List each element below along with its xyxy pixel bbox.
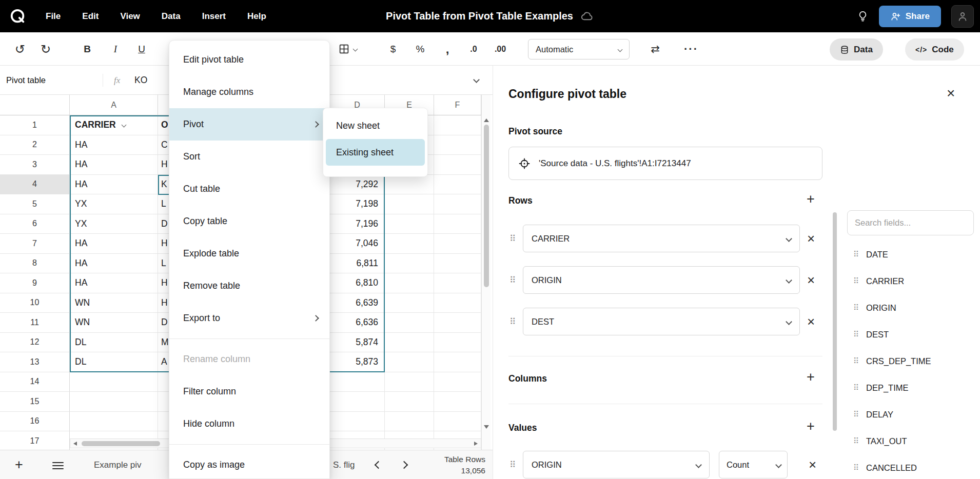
cell-F1[interactable] — [434, 115, 481, 135]
scroll-left-icon[interactable] — [73, 442, 77, 446]
formula-input[interactable]: KO — [134, 66, 147, 95]
cell-E10[interactable] — [385, 293, 434, 313]
cell-F12[interactable] — [434, 333, 481, 353]
cell-F6[interactable] — [434, 214, 481, 234]
row-header-13[interactable]: 13 — [0, 352, 70, 372]
cell-A12[interactable]: DL — [70, 333, 158, 353]
column-dropdown-icon[interactable] — [121, 123, 126, 128]
cell-D14[interactable] — [330, 372, 385, 392]
code-toggle-button[interactable]: </> Code — [905, 38, 964, 61]
cell-D4[interactable]: 7,292 — [330, 175, 385, 195]
cell-E15[interactable] — [385, 392, 434, 412]
row-header-7[interactable]: 7 — [0, 234, 70, 254]
menu-item-filter-column[interactable]: Filter column — [169, 375, 329, 408]
cell-D7[interactable]: 7,046 — [330, 234, 385, 254]
menubar-item-insert[interactable]: Insert — [191, 0, 237, 32]
row-header-8[interactable]: 8 — [0, 254, 70, 274]
cell-A11[interactable]: WN — [70, 313, 158, 333]
sheet-tab-example-pivot[interactable]: Example piv — [94, 450, 142, 479]
cell-A13[interactable]: DL — [70, 352, 158, 372]
cell-A3[interactable]: HA — [70, 155, 158, 175]
cell-A15[interactable] — [70, 392, 158, 412]
menu-item-manage-columns[interactable]: Manage columns — [169, 76, 329, 108]
row-header-6[interactable]: 6 — [0, 214, 70, 234]
cell-A10[interactable]: WN — [70, 293, 158, 313]
row-header-12[interactable]: 12 — [0, 333, 70, 353]
increase-decimals-button[interactable]: .00 — [488, 32, 512, 66]
document-title[interactable]: Pivot Table from Pivot Table Examples — [386, 10, 573, 22]
cell-F7[interactable] — [434, 234, 481, 254]
expand-formula-bar-icon[interactable] — [473, 76, 480, 83]
next-sheet-icon[interactable] — [400, 461, 408, 469]
cell-E13[interactable] — [385, 352, 434, 372]
drag-handle-icon[interactable]: ⠿ — [509, 316, 523, 327]
close-icon[interactable]: × — [947, 85, 955, 102]
row-field-select-origin[interactable]: ORIGIN — [523, 266, 800, 294]
account-button[interactable] — [951, 5, 974, 28]
add-row-field-button[interactable]: + — [803, 191, 818, 207]
cell-D15[interactable] — [330, 392, 385, 412]
row-header-9[interactable]: 9 — [0, 273, 70, 293]
scroll-down-icon[interactable] — [484, 425, 489, 429]
cell-D13[interactable]: 5,873 — [330, 352, 385, 372]
cell-A5[interactable]: YX — [70, 194, 158, 214]
italic-button[interactable]: I — [105, 32, 126, 66]
remove-value-field-button[interactable]: × — [809, 457, 816, 473]
menu-item-copy-table[interactable]: Copy table — [169, 205, 329, 237]
row-field-select-dest[interactable]: DEST — [523, 308, 800, 335]
cell-A6[interactable]: YX — [70, 214, 158, 234]
drag-handle-icon[interactable]: ⠿ — [509, 460, 523, 470]
add-column-field-button[interactable]: + — [803, 369, 818, 385]
row-header-15[interactable]: 15 — [0, 392, 70, 412]
row-header-16[interactable]: 16 — [0, 412, 70, 432]
cell-E11[interactable] — [385, 313, 434, 333]
row-header-11[interactable]: 11 — [0, 313, 70, 333]
row-header-5[interactable]: 5 — [0, 194, 70, 214]
menu-item-cut-table[interactable]: Cut table — [169, 173, 329, 205]
cell-A2[interactable]: HA — [70, 135, 158, 155]
column-header-a[interactable]: A — [70, 95, 158, 115]
bold-button[interactable]: B — [77, 32, 97, 66]
drag-handle-icon[interactable]: ⠿ — [853, 383, 859, 392]
crosshair-icon[interactable] — [518, 157, 531, 170]
cell-A4[interactable]: HA — [70, 175, 158, 195]
cell-F11[interactable] — [434, 313, 481, 333]
cell-D10[interactable]: 6,639 — [330, 293, 385, 313]
submenu-item-new-sheet[interactable]: New sheet — [326, 112, 425, 139]
field-item-dep-time[interactable]: ⠿DEP_TIME — [847, 374, 978, 401]
value-field-select[interactable]: ORIGIN — [523, 451, 710, 478]
row-field-select-carrier[interactable]: CARRIER — [523, 225, 800, 252]
field-item-delay[interactable]: ⠿DELAY — [847, 401, 978, 428]
menubar-item-file[interactable]: File — [35, 0, 71, 32]
cell-D11[interactable]: 6,636 — [330, 313, 385, 333]
field-item-crs-dep-time[interactable]: ⠿CRS_DEP_TIME — [847, 348, 978, 374]
cell-A16[interactable] — [70, 412, 158, 432]
remove-field-button[interactable]: × — [807, 272, 815, 288]
cell-E7[interactable] — [385, 234, 434, 254]
cell-F5[interactable] — [434, 194, 481, 214]
menu-item-explode-table[interactable]: Explode table — [169, 237, 329, 270]
underline-button[interactable]: U — [131, 32, 152, 66]
cell-E16[interactable] — [385, 412, 434, 432]
borders-button[interactable] — [331, 32, 365, 66]
cell-E8[interactable] — [385, 254, 434, 274]
cell-A9[interactable]: HA — [70, 273, 158, 293]
cell-F15[interactable] — [434, 392, 481, 412]
drag-handle-icon[interactable]: ⠿ — [509, 275, 523, 286]
sheet-list-menu-icon[interactable] — [52, 460, 64, 471]
cell-D9[interactable]: 6,810 — [330, 273, 385, 293]
cell-A8[interactable]: HA — [70, 254, 158, 274]
cell-E4[interactable] — [385, 175, 434, 195]
column-header-f[interactable]: F — [434, 95, 481, 115]
cell-F9[interactable] — [434, 273, 481, 293]
cell-F3[interactable] — [434, 155, 481, 175]
comma-format-button[interactable]: , — [436, 32, 459, 66]
data-toggle-button[interactable]: Data — [830, 38, 883, 61]
cell-A7[interactable]: HA — [70, 234, 158, 254]
cell-A14[interactable] — [70, 372, 158, 392]
decrease-decimals-button[interactable]: .0 — [462, 32, 485, 66]
cell-E14[interactable] — [385, 372, 434, 392]
vertical-scrollbar[interactable] — [481, 95, 491, 450]
row-header-2[interactable]: 2 — [0, 135, 70, 155]
menu-item-edit-pivot-table[interactable]: Edit pivot table — [169, 44, 329, 76]
